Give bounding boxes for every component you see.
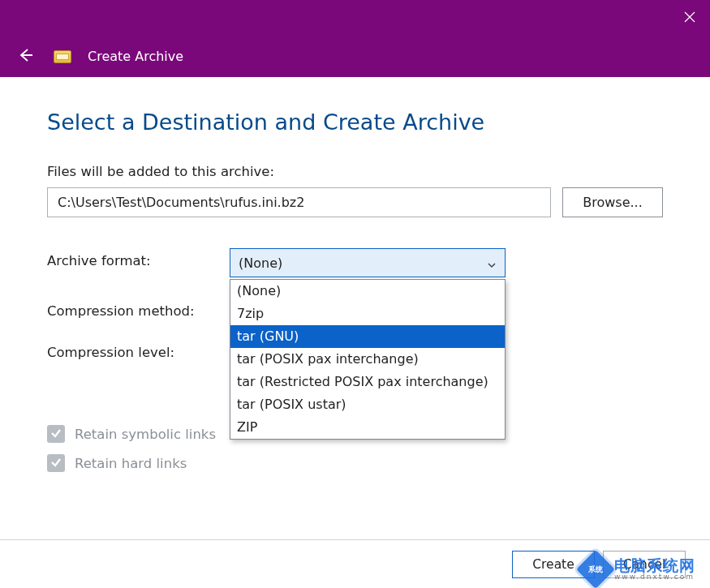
- retain-symbolic-checkbox[interactable]: [47, 425, 65, 443]
- archive-format-option[interactable]: (None): [230, 280, 505, 303]
- header-bar: Create Archive: [0, 36, 710, 77]
- archive-format-select[interactable]: (None): [230, 248, 506, 277]
- archive-format-field: (None) (None)7ziptar (GNU)tar (POSIX pax…: [230, 248, 506, 277]
- archive-path-row: Browse...: [47, 187, 663, 217]
- compression-level-label: Compression level:: [47, 340, 230, 360]
- window-title: Create Archive: [88, 49, 183, 64]
- titlebar: [0, 0, 710, 36]
- retain-symbolic-label: Retain symbolic links: [75, 427, 216, 442]
- dialog-body: Select a Destination and Create Archive …: [0, 77, 710, 539]
- archive-format-value: (None): [239, 255, 282, 271]
- cancel-button[interactable]: Cancel: [603, 551, 686, 578]
- page-heading: Select a Destination and Create Archive: [47, 109, 663, 135]
- archive-path-label: Files will be added to this archive:: [47, 164, 663, 179]
- archive-folder-icon: [54, 50, 71, 63]
- archive-format-option[interactable]: tar (GNU): [230, 325, 505, 348]
- back-arrow-icon: [16, 46, 34, 67]
- back-button[interactable]: [13, 45, 37, 69]
- archive-format-option[interactable]: tar (Restricted POSIX pax interchange): [230, 371, 505, 393]
- check-icon: [50, 427, 62, 442]
- retain-hard-label: Retain hard links: [75, 456, 187, 471]
- check-icon: [50, 456, 62, 471]
- archive-format-dropdown: (None)7ziptar (GNU)tar (POSIX pax interc…: [230, 279, 506, 440]
- archive-format-label: Archive format:: [47, 248, 230, 268]
- chevron-down-icon: [487, 258, 497, 268]
- options-grid: Archive format: (None) (None)7ziptar (GN…: [47, 248, 663, 472]
- dialog-footer: Create Cancel: [0, 539, 710, 588]
- close-icon: [684, 11, 695, 26]
- create-button[interactable]: Create: [512, 551, 595, 578]
- archive-format-option[interactable]: 7zip: [230, 303, 505, 325]
- retain-hard-row: Retain hard links: [47, 454, 506, 472]
- retain-hard-checkbox[interactable]: [47, 454, 65, 472]
- archive-path-input[interactable]: [47, 187, 551, 217]
- archive-format-option[interactable]: tar (POSIX pax interchange): [230, 348, 505, 371]
- compression-method-label: Compression method:: [47, 298, 230, 319]
- archive-format-option[interactable]: tar (POSIX ustar): [230, 393, 505, 416]
- browse-button[interactable]: Browse...: [562, 187, 663, 217]
- window-close-button[interactable]: [669, 0, 710, 36]
- archive-format-option[interactable]: ZIP: [230, 416, 505, 439]
